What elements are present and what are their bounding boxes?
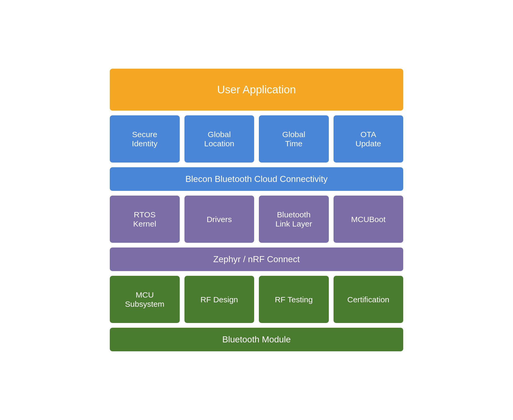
rtos-kernel-block: RTOSKernel [110, 196, 180, 243]
drivers-block: Drivers [184, 196, 254, 243]
mcuboot-block: MCUBoot [334, 196, 403, 243]
rf-testing-block: RF Testing [259, 276, 329, 323]
zephyr-block: Zephyr / nRF Connect [110, 247, 403, 271]
global-location-block: GlobalLocation [184, 115, 254, 163]
blecon-block: Blecon Bluetooth Cloud Connectivity [110, 167, 403, 191]
architecture-diagram: User Application SecureIdentity GlobalLo… [99, 58, 414, 362]
hw-row: MCUSubsystem RF Design RF Testing Certif… [110, 276, 403, 323]
user-application-block: User Application [110, 69, 403, 111]
secure-identity-block: SecureIdentity [110, 115, 180, 163]
mcu-subsystem-block: MCUSubsystem [110, 276, 180, 323]
rf-design-block: RF Design [184, 276, 254, 323]
bluetooth-link-layer-block: BluetoothLink Layer [259, 196, 329, 243]
services-row: SecureIdentity GlobalLocation GlobalTime… [110, 115, 403, 163]
certification-block: Certification [334, 276, 403, 323]
ota-update-block: OTAUpdate [334, 115, 403, 163]
global-time-block: GlobalTime [259, 115, 329, 163]
bluetooth-module-block: Bluetooth Module [110, 328, 403, 351]
rtos-row: RTOSKernel Drivers BluetoothLink Layer M… [110, 196, 403, 243]
